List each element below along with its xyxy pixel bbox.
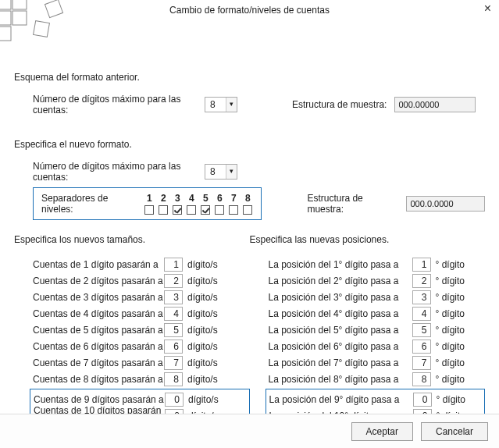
list-item-label: La posición del 7° dígito pasa a [269,357,412,368]
list-item-input[interactable]: 5 [412,323,431,337]
section-new: Especifica el nuevo formato. [14,139,485,150]
list-item-input[interactable]: 0 [413,393,432,407]
svg-rect-5 [34,21,50,37]
list-item-unit: dígito/s [187,276,218,286]
list-item-input[interactable]: 1 [164,258,183,272]
list-item-unit: dígito/s [187,308,218,319]
list-item-unit: dígito/s [188,394,219,405]
sample-struct-new: 000.0.0000 [406,196,485,212]
separator-number: 6 [217,193,223,204]
separator-checkbox-3[interactable] [173,205,182,215]
label-sample-struct-new: Estructura de muestra: [307,193,398,215]
separator-checkbox-1[interactable] [144,205,154,215]
separator-checkbox-2[interactable] [159,205,168,215]
list-item-label: La posición del 5° dígito pasa a [269,325,412,336]
separator-number: 7 [231,193,237,204]
list-item-input[interactable]: 8 [412,372,431,386]
list-item-input[interactable]: 4 [412,307,431,321]
list-item-input[interactable]: 6 [412,340,431,354]
list-item-label: Cuentas de 4 dígitos pasarán a [33,308,164,319]
list-item-input[interactable]: 7 [164,356,183,370]
max-digits-new-value: 8 [205,165,226,179]
list-item-unit: dígito/s [187,325,218,336]
list-item-label: Cuentas de 9 dígitos pasarán a [34,394,165,405]
list-item-label: La posición del 8° dígito pasa a [269,374,412,385]
separator-number: 1 [147,193,152,204]
section-sizes: Especifica los nuevos tamaños. [14,234,250,245]
list-item: Cuentas de 7 dígitos pasarán a7dígito/s [33,354,250,371]
list-item-label: Cuentas de 5 dígitos pasarán a [33,325,164,336]
max-digits-prev-select[interactable]: 8 ▾ [205,97,237,112]
list-item-label: La posición del 9° dígito pasa a [269,394,413,405]
list-item-unit: dígito/s [187,259,218,270]
list-item: La posición del 3° dígito pasa a3° dígit… [269,289,486,305]
list-item-label: Cuentas de 3 dígitos pasarán a [33,292,164,303]
list-item: La posición del 4° dígito pasa a4° dígit… [269,305,486,322]
list-item-label: Cuentas de 8 dígitos pasarán a [33,374,164,385]
list-item-input[interactable]: 2 [412,274,431,288]
list-item: La posición del 2° dígito pasa a2° dígit… [269,272,486,289]
ok-button[interactable]: Aceptar [351,422,413,441]
list-item-unit: ° dígito [436,276,465,286]
list-item: Cuentas de 6 dígitos pasarán a6dígito/s [33,338,250,354]
list-item-unit: dígito/s [187,292,218,303]
list-item-label: La posición del 6° dígito pasa a [269,341,412,352]
svg-rect-3 [12,11,27,25]
list-item-unit: dígito/s [187,341,218,352]
list-item-input[interactable]: 0 [165,393,184,407]
dialog-title: Cambio de formato/niveles de cuentas [0,5,499,16]
separator-checkbox-7[interactable] [229,205,238,215]
list-item-label: Cuentas de 2 dígitos pasarán a [33,276,164,286]
list-item-label: Cuentas de 1 dígito pasarán a [33,259,164,270]
list-item-unit: ° dígito [436,374,465,385]
list-item-input[interactable]: 8 [164,372,183,386]
close-icon[interactable]: × [484,3,491,14]
list-item-unit: dígito/s [187,357,218,368]
svg-rect-4 [0,27,11,41]
list-item-input[interactable]: 4 [164,307,183,321]
list-item: La posición del 6° dígito pasa a6° dígit… [269,338,486,354]
chevron-down-icon[interactable]: ▾ [226,98,237,112]
separator-checkbox-4[interactable] [187,205,196,215]
label-sample-struct-prev: Estructura de muestra: [292,99,387,110]
list-item: Cuentas de 8 dígitos pasarán a8dígito/s [33,371,250,387]
chevron-down-icon[interactable]: ▾ [226,165,237,179]
svg-rect-0 [0,0,11,9]
app-logo-icon [0,0,74,47]
separator-checkbox-8[interactable] [243,205,252,215]
list-item-label: Cuentas de 6 dígitos pasarán a [33,341,164,352]
list-item-unit: ° dígito [436,341,465,352]
max-digits-prev-value: 8 [205,98,226,112]
label-separators: Separadores de niveles: [41,193,134,215]
section-positions: Especifica las nuevas posiciones. [250,234,486,245]
max-digits-new-select[interactable]: 8 ▾ [205,164,237,180]
separator-number: 8 [245,193,251,204]
list-item: La posición del 9° dígito pasa a0° dígit… [269,391,485,407]
separator-checkbox-5[interactable] [201,205,210,215]
separator-number: 5 [203,193,209,204]
list-item: Cuentas de 1 dígito pasarán a1dígito/s [33,256,250,272]
separator-checkbox-6[interactable] [215,205,224,215]
list-item-label: La posición del 2° dígito pasa a [269,276,412,286]
list-item-input[interactable]: 6 [164,340,183,354]
list-item: Cuentas de 2 dígitos pasarán a2dígito/s [33,272,250,289]
list-item-input[interactable]: 3 [164,290,183,304]
list-item: Cuentas de 5 dígitos pasarán a5dígito/s [33,322,250,338]
list-item-input[interactable]: 2 [164,274,183,288]
list-item: Cuentas de 4 dígitos pasarán a4dígito/s [33,305,250,322]
separators-group: Separadores de niveles: 12345678 [33,187,262,220]
separator-number: 2 [161,193,166,204]
list-item-input[interactable]: 3 [412,290,431,304]
label-max-digits-prev: Número de dígitos máximo para las cuenta… [33,94,205,116]
dialog-footer: Aceptar Cancelar [0,414,499,448]
list-item-label: Cuentas de 7 dígitos pasarán a [33,357,164,368]
list-item-input[interactable]: 5 [164,323,183,337]
cancel-button[interactable]: Cancelar [421,422,488,441]
svg-rect-6 [45,0,62,18]
svg-rect-1 [12,0,27,9]
list-item: La posición del 5° dígito pasa a5° dígit… [269,322,486,338]
list-item-unit: ° dígito [437,394,466,405]
list-item-input[interactable]: 1 [412,258,431,272]
list-item-input[interactable]: 7 [412,356,431,370]
sample-struct-prev: 000.00000 [394,97,476,112]
